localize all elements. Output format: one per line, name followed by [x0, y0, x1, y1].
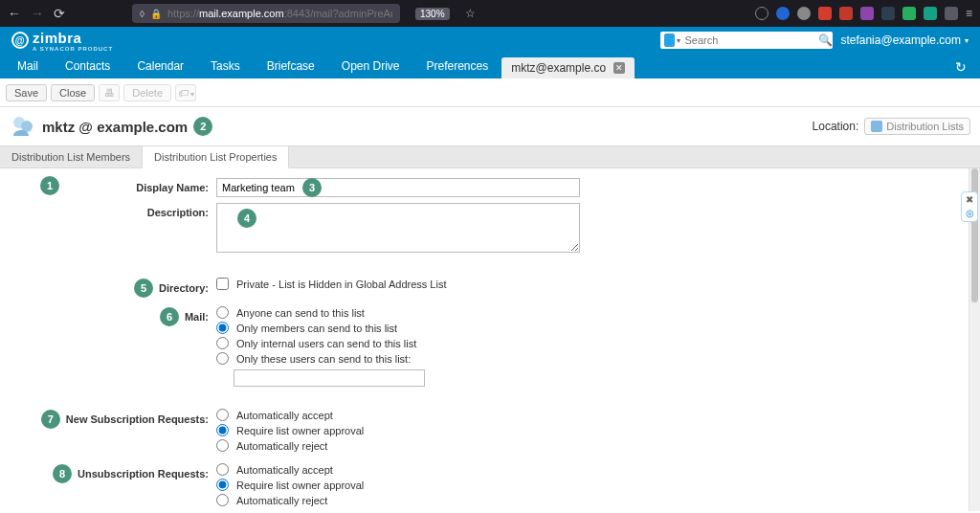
print-button[interactable]: 🖶	[99, 84, 120, 101]
mail-opt-specific[interactable]: Only these users can send to this list:	[216, 352, 609, 365]
newsub-opt-accept[interactable]: Automatically accept	[216, 409, 609, 421]
unsub-opt-accept-label: Automatically accept	[236, 464, 333, 476]
mail-opt-anyone[interactable]: Anyone can send to this list	[216, 306, 609, 319]
logo-icon: @	[11, 32, 29, 49]
save-button[interactable]: Save	[6, 84, 47, 101]
ext-icon[interactable]	[797, 7, 811, 20]
mail-radio-anyone[interactable]	[216, 306, 229, 319]
back-icon[interactable]: ←	[8, 6, 21, 21]
unsub-opt-accept[interactable]: Automatically accept	[216, 463, 609, 476]
unsub-opt-reject[interactable]: Automatically reject	[216, 494, 609, 506]
location-value: Distribution Lists	[886, 121, 964, 132]
close-button[interactable]: Close	[51, 84, 95, 101]
description-input[interactable]	[216, 203, 580, 253]
scrollbar-thumb[interactable]	[971, 168, 978, 302]
badge-close-icon[interactable]: ✖	[964, 194, 975, 206]
unsub-radio-approval[interactable]	[216, 479, 229, 491]
refresh-icon[interactable]: ↻	[946, 59, 976, 78]
ext-icon[interactable]	[818, 7, 832, 20]
browser-bar: ← → ⟳ ◊ 🔒 https://mail.example.com:8443/…	[0, 0, 980, 27]
subtab-properties[interactable]: Distribution List Properties	[143, 145, 289, 168]
tab-active-dl[interactable]: mktz@example.co ✕	[501, 57, 635, 78]
directory-private-checkbox[interactable]	[216, 278, 229, 290]
tab-tasks[interactable]: Tasks	[197, 55, 254, 78]
print-icon: 🖶	[104, 87, 115, 99]
badge-help-icon[interactable]: ◎	[964, 208, 975, 219]
unsub-opt-approval[interactable]: Require list owner approval	[216, 479, 609, 491]
close-icon[interactable]: ✕	[613, 62, 625, 74]
newsub-opt-approval[interactable]: Require list owner approval	[216, 424, 609, 436]
forward-icon[interactable]: →	[31, 6, 44, 21]
delete-button[interactable]: Delete	[123, 84, 171, 101]
user-email: stefania@example.com	[840, 33, 961, 47]
subtab-members[interactable]: Distribution List Members	[0, 146, 143, 167]
callout-1: 1	[40, 176, 59, 195]
label-display-name: Display Name:	[136, 182, 209, 193]
reload-icon[interactable]: ⟳	[54, 6, 65, 21]
callout-3: 3	[302, 178, 322, 197]
tag-button[interactable]: 🏷▾	[175, 84, 196, 101]
label-directory: Directory:	[159, 282, 209, 294]
app-header: @ zimbra A SYNACOR PRODUCT 🌐 ▾ 🔍 stefani…	[0, 27, 980, 54]
tag-icon: 🏷	[178, 87, 189, 99]
ext-icon[interactable]	[776, 7, 790, 20]
floating-help-badges[interactable]: ✖ ◎	[961, 191, 978, 222]
chevron-down-icon[interactable]: ▾	[677, 36, 680, 45]
toolbar: Save Close 🖶 Delete 🏷▾	[0, 78, 980, 107]
mail-radio-internal[interactable]	[216, 337, 229, 349]
ext-icon[interactable]	[945, 7, 958, 20]
unsub-opt-approval-label: Require list owner approval	[236, 480, 364, 491]
ext-icon[interactable]	[755, 7, 768, 20]
unsub-radio-accept[interactable]	[216, 463, 229, 476]
search-icon[interactable]: 🔍	[818, 33, 833, 47]
display-name-input[interactable]	[216, 178, 580, 197]
global-search[interactable]: 🌐 ▾ 🔍	[660, 32, 833, 49]
ext-icon[interactable]	[902, 7, 916, 20]
tab-preferences[interactable]: Preferences	[413, 55, 502, 78]
label-mail: Mail:	[185, 311, 209, 323]
directory-private-option[interactable]: Private - List is Hidden in Global Addre…	[216, 278, 609, 290]
chevron-down-icon: ▾	[190, 90, 194, 99]
brand-subtext: A SYNACOR PRODUCT	[33, 46, 113, 52]
zoom-badge[interactable]: 130%	[415, 8, 450, 20]
tab-open-drive[interactable]: Open Drive	[328, 55, 413, 78]
newsub-radio-reject[interactable]	[216, 439, 229, 452]
tab-contacts[interactable]: Contacts	[52, 55, 123, 78]
search-input[interactable]	[682, 33, 818, 47]
newsub-opt-reject[interactable]: Automatically reject	[216, 439, 609, 452]
tab-calendar[interactable]: Calendar	[123, 55, 197, 78]
tab-mail[interactable]: Mail	[4, 55, 52, 78]
mail-radio-members[interactable]	[216, 322, 229, 334]
newsub-opt-accept-label: Automatically accept	[236, 410, 333, 421]
page-title: mktz @ example.com	[42, 119, 188, 135]
ext-icon[interactable]	[839, 7, 853, 20]
url-bar[interactable]: ◊ 🔒 https://mail.example.com:8443/mail?a…	[132, 4, 400, 23]
browser-nav: ← → ⟳	[8, 6, 65, 21]
directory-private-label: Private - List is Hidden in Global Addre…	[236, 279, 447, 290]
label-unsubscription: Unsubscription Requests:	[78, 468, 209, 480]
mail-opt-anyone-label: Anyone can send to this list	[236, 307, 365, 319]
app-logo[interactable]: @ zimbra A SYNACOR PRODUCT	[11, 30, 113, 52]
user-menu[interactable]: stefania@example.com ▾	[840, 33, 969, 47]
ext-icon[interactable]	[924, 7, 937, 20]
location-label: Location:	[813, 120, 859, 133]
location-value-pill[interactable]: Distribution Lists	[864, 118, 970, 135]
mail-radio-specific[interactable]	[216, 352, 229, 365]
mail-specific-users-input[interactable]	[234, 369, 425, 387]
bookmark-star-icon[interactable]: ☆	[465, 7, 476, 20]
newsub-radio-approval[interactable]	[216, 424, 229, 436]
newsub-radio-accept[interactable]	[216, 409, 229, 421]
globe-icon[interactable]: 🌐	[664, 33, 675, 47]
menu-icon[interactable]: ≡	[966, 7, 972, 20]
mail-opt-members[interactable]: Only members can send to this list	[216, 322, 609, 334]
tab-briefcase[interactable]: Briefcase	[254, 55, 328, 78]
brand-text: zimbra	[33, 30, 81, 46]
distribution-list-icon	[10, 113, 36, 140]
ext-icon[interactable]	[860, 7, 874, 20]
url-text: https://mail.example.com:8443/mail?admin…	[167, 8, 392, 19]
primary-nav: Mail Contacts Calendar Tasks Briefcase O…	[0, 54, 980, 78]
unsub-radio-reject[interactable]	[216, 494, 229, 506]
mail-opt-internal[interactable]: Only internal users can send to this lis…	[216, 337, 609, 349]
ext-icon[interactable]	[881, 7, 895, 20]
location-crumb: Location: Distribution Lists	[813, 118, 970, 135]
